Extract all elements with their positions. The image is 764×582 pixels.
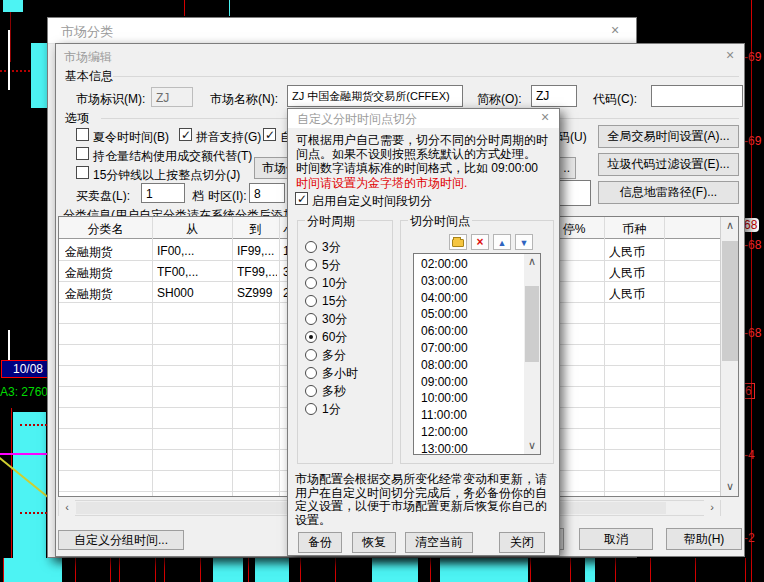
col-header-limit-fragment[interactable]: 停% bbox=[559, 221, 589, 238]
radio-option[interactable]: 多秒 bbox=[305, 382, 358, 400]
position-checkbox-label: 持仓量结构使用成交额代替(T) bbox=[93, 148, 252, 165]
radio-label: 多秒 bbox=[322, 383, 346, 400]
col-header-from[interactable]: 从 bbox=[152, 221, 232, 238]
radio-icon bbox=[305, 241, 317, 253]
scroll-down-icon[interactable]: ∨ bbox=[722, 479, 738, 495]
custom-split-dialog: 自定义分时时间点切分 × 可根据用户自己需要，切分不同的分时周期的时 间点。如果… bbox=[287, 108, 560, 556]
axis-price-label: 68 bbox=[744, 238, 761, 252]
close-button[interactable]: 关闭 bbox=[499, 532, 545, 553]
enable-custom-time-checkbox[interactable] bbox=[295, 192, 308, 205]
radio-icon bbox=[305, 259, 317, 271]
dotted-level-line bbox=[0, 70, 30, 72]
radio-label: 3分 bbox=[322, 239, 341, 256]
code-label: 代码(C): bbox=[593, 91, 637, 108]
radio-label: 30分 bbox=[322, 311, 347, 328]
radio-option[interactable]: 30分 bbox=[305, 310, 358, 328]
min15-checkbox[interactable] bbox=[76, 166, 89, 179]
short-name-label: 简称(O): bbox=[477, 91, 522, 108]
vscroll-thumb[interactable] bbox=[722, 241, 738, 361]
scroll-left-icon[interactable]: ‹ bbox=[59, 500, 75, 516]
scroll-down-icon[interactable]: ∨ bbox=[524, 439, 540, 453]
close-icon[interactable]: × bbox=[722, 48, 738, 64]
screen: 10/08 A3: 2760 bbox=[0, 0, 764, 582]
move-up-button[interactable]: ▲ bbox=[493, 234, 511, 250]
settings-button[interactable]: 垃圾代码过滤设置(E)... bbox=[598, 153, 739, 176]
right-button-column: 全局交易时间设置(A)...垃圾代码过滤设置(E)...信息地雷路径(F)... bbox=[598, 125, 739, 204]
radio-option[interactable]: 1分 bbox=[305, 400, 358, 418]
market-name-field[interactable]: ZJ 中国金融期货交易所(CFFEX) bbox=[287, 85, 463, 107]
time-list-item[interactable]: 09:00:00 bbox=[415, 374, 523, 391]
radio-icon bbox=[305, 277, 317, 289]
close-icon[interactable]: × bbox=[607, 23, 623, 39]
new-time-button[interactable] bbox=[449, 234, 467, 250]
scroll-right-icon[interactable]: › bbox=[704, 500, 720, 516]
radio-option[interactable]: 5分 bbox=[305, 256, 358, 274]
radio-option[interactable]: 10分 bbox=[305, 274, 358, 292]
time-list-item[interactable]: 12:00:00 bbox=[415, 424, 523, 441]
note-line: 定义设置，以便于市场配置更新后恢复你自己的 bbox=[295, 498, 547, 515]
settings-button[interactable]: 信息地雷路径(F)... bbox=[598, 181, 739, 204]
vscroll-thumb[interactable] bbox=[525, 286, 539, 362]
time-list-item[interactable]: 06:00:00 bbox=[415, 323, 523, 340]
dotted-level-line bbox=[20, 512, 47, 514]
time-list-item[interactable]: 04:00:00 bbox=[415, 290, 523, 307]
radio-icon bbox=[305, 313, 317, 325]
time-list-item[interactable]: 13:00:00 bbox=[415, 441, 523, 453]
col-header-to[interactable]: 到 bbox=[232, 221, 279, 238]
time-list-item[interactable]: 11:00:00 bbox=[415, 407, 523, 424]
table-vscrollbar[interactable]: ∧ ∨ bbox=[720, 217, 738, 496]
radio-label: 多分 bbox=[322, 347, 346, 364]
cancel-button[interactable]: 取消 bbox=[579, 528, 653, 550]
radio-option[interactable]: 多分 bbox=[305, 346, 358, 364]
period-radio-list: 3分 5分 10分 15分 30分 60分 多分 多小时 bbox=[305, 238, 358, 418]
candle-bar bbox=[31, 43, 47, 108]
code-field[interactable] bbox=[651, 85, 743, 107]
time-list-item[interactable]: 10:00:00 bbox=[415, 390, 523, 407]
time-list-item[interactable]: 07:00:00 bbox=[415, 340, 523, 357]
close-icon[interactable]: × bbox=[537, 110, 553, 126]
custom-group-time-button[interactable]: 自定义分组时间... bbox=[58, 530, 184, 550]
time-list-item[interactable]: 02:00:00 bbox=[415, 256, 523, 273]
position-checkbox[interactable] bbox=[76, 147, 89, 160]
warning-line: 时间请设置为金字塔的市场时间. bbox=[296, 175, 467, 192]
options-group-label: 选项 bbox=[63, 110, 91, 127]
arrow-up-icon: ▲ bbox=[498, 238, 507, 248]
col-header-name[interactable]: 分类名 bbox=[59, 221, 152, 238]
time-list-item[interactable]: 08:00:00 bbox=[415, 357, 523, 374]
radio-option[interactable]: 多小时 bbox=[305, 364, 358, 382]
pinyin-checkbox[interactable] bbox=[179, 128, 192, 141]
list-vscrollbar[interactable]: ∧ ∨ bbox=[524, 254, 540, 454]
dst-checkbox-label: 夏令时时间(B) bbox=[93, 129, 169, 146]
crosshair-line bbox=[8, 30, 10, 90]
clear-current-button[interactable]: 清空当前 bbox=[405, 532, 473, 553]
axis-price-label: 69 bbox=[744, 50, 761, 64]
time-list-item[interactable]: 03:00:00 bbox=[415, 273, 523, 290]
backup-button[interactable]: 备份 bbox=[298, 532, 342, 553]
group-divider bbox=[113, 76, 739, 77]
dst-checkbox[interactable] bbox=[76, 128, 89, 141]
market-class-titlebar[interactable]: 市场分类 × bbox=[48, 18, 636, 44]
radio-option[interactable]: 15分 bbox=[305, 292, 358, 310]
period-group-label: 分时周期 bbox=[305, 213, 357, 230]
scroll-up-icon[interactable]: ∧ bbox=[722, 218, 738, 234]
time-point-list[interactable]: 02:00:0003:00:0004:00:0005:00:0006:00:00… bbox=[413, 253, 541, 455]
delete-time-button[interactable]: × bbox=[471, 234, 489, 250]
level-unit-label: 档 bbox=[192, 188, 204, 205]
move-down-button[interactable]: ▼ bbox=[515, 234, 533, 250]
radio-option[interactable]: 60分 bbox=[305, 328, 358, 346]
scroll-up-icon[interactable]: ∧ bbox=[524, 255, 540, 269]
help-button[interactable]: 帮助(H) bbox=[666, 528, 742, 550]
custom-split-titlebar[interactable]: 自定义分时时间点切分 × bbox=[288, 109, 559, 128]
market-name-label: 市场名称(N): bbox=[210, 91, 278, 108]
restore-button[interactable]: 恢复 bbox=[352, 532, 396, 553]
window-title: 自定义分时时间点切分 bbox=[297, 111, 417, 128]
col-header-currency[interactable]: 币种 bbox=[604, 221, 664, 238]
auto-code-checkbox[interactable] bbox=[263, 128, 276, 141]
note-line: 设置。 bbox=[295, 512, 331, 529]
radio-option[interactable]: 3分 bbox=[305, 238, 358, 256]
settings-button[interactable]: 全局交易时间设置(A)... bbox=[598, 125, 739, 148]
short-name-field[interactable]: ZJ bbox=[531, 85, 577, 107]
timezone-field[interactable]: 8 bbox=[249, 183, 285, 203]
time-list-item[interactable]: 05:00:00 bbox=[415, 306, 523, 323]
level-field[interactable]: 1 bbox=[141, 183, 185, 203]
